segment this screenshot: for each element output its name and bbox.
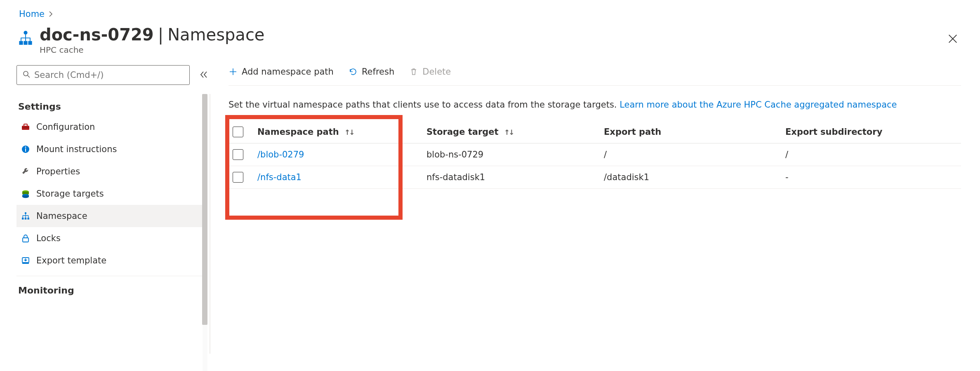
- helper-text: Set the virtual namespace paths that cli…: [229, 99, 961, 111]
- column-header-storage-target[interactable]: Storage target ↑↓: [422, 121, 600, 143]
- page-header: doc-ns-0729 | Namespace HPC cache: [0, 21, 980, 65]
- toolbar: Add namespace path Refresh Delete: [229, 65, 961, 86]
- row-checkbox[interactable]: [233, 172, 243, 183]
- cell-export-path: /: [600, 143, 781, 166]
- sidebar-item-mount-instructions[interactable]: Mount instructions: [16, 138, 205, 160]
- svg-rect-10: [25, 148, 26, 152]
- svg-rect-16: [25, 218, 26, 220]
- export-icon: [21, 256, 31, 265]
- column-header-label: Export subdirectory: [785, 127, 882, 137]
- learn-more-link[interactable]: Learn more about the Azure HPC Cache agg…: [620, 100, 897, 110]
- sidebar-item-locks[interactable]: Locks: [16, 227, 205, 249]
- namespace-path-link[interactable]: /nfs-data1: [257, 172, 302, 182]
- cell-storage-target: blob-ns-0729: [422, 143, 600, 166]
- sidebar-item-export-template[interactable]: Export template: [16, 249, 205, 272]
- sort-icon: ↑↓: [344, 128, 354, 136]
- column-header-label: Storage target: [426, 127, 499, 137]
- trash-icon: [409, 67, 418, 76]
- lock-icon: [21, 233, 31, 243]
- svg-line-5: [28, 75, 30, 77]
- sidebar-item-label: Namespace: [36, 211, 87, 221]
- sidebar-search[interactable]: [16, 65, 190, 85]
- sidebar-item-label: Export template: [36, 256, 106, 265]
- chevron-right-icon: [49, 10, 53, 19]
- main-content: Add namespace path Refresh Delete Set th…: [210, 65, 980, 354]
- toolbar-label: Add namespace path: [242, 67, 334, 77]
- svg-point-11: [25, 147, 26, 148]
- sidebar-item-namespace[interactable]: Namespace: [16, 205, 205, 227]
- sidebar-item-label: Storage targets: [36, 189, 104, 199]
- toolbox-icon: [21, 122, 31, 132]
- column-header-export-subdir[interactable]: Export subdirectory: [781, 121, 961, 143]
- breadcrumb: Home: [0, 0, 980, 21]
- sort-icon: ↑↓: [504, 128, 514, 136]
- collapse-sidebar-button[interactable]: [198, 68, 210, 82]
- sidebar-item-storage-targets[interactable]: Storage targets: [16, 183, 205, 205]
- sidebar-divider: [16, 276, 205, 276]
- svg-point-4: [24, 71, 28, 76]
- sidebar-item-label: Locks: [36, 233, 61, 243]
- svg-rect-7: [24, 124, 27, 126]
- helper-text-body: Set the virtual namespace paths that cli…: [229, 100, 620, 110]
- cell-storage-target: nfs-datadisk1: [422, 166, 600, 189]
- column-header-select[interactable]: [229, 121, 253, 143]
- sidebar-group-settings: Settings: [16, 96, 205, 116]
- svg-rect-1: [19, 41, 23, 45]
- svg-point-14: [25, 212, 26, 214]
- toolbar-label: Delete: [422, 67, 451, 77]
- delete-button: Delete: [409, 67, 451, 77]
- namespace-table: Namespace path ↑↓ Storage target ↑↓ Expo…: [229, 121, 961, 189]
- cell-export-path: /datadisk1: [600, 166, 781, 189]
- refresh-icon: [349, 67, 358, 76]
- svg-point-0: [24, 31, 27, 35]
- column-header-label: Namespace path: [257, 127, 339, 137]
- page-title-section: Namespace: [167, 26, 264, 44]
- page-title-resource: doc-ns-0729: [40, 26, 154, 44]
- search-icon: [23, 70, 30, 80]
- info-icon: [21, 144, 31, 154]
- disk-icon: [21, 189, 31, 199]
- cell-export-subdir: /: [781, 143, 961, 166]
- checkbox-all[interactable]: [233, 127, 243, 137]
- sidebar-group-monitoring: Monitoring: [16, 280, 205, 300]
- breadcrumb-home[interactable]: Home: [19, 9, 45, 19]
- svg-rect-3: [28, 41, 32, 45]
- table-row[interactable]: /blob-0279 blob-ns-0729 / /: [229, 143, 961, 166]
- close-button[interactable]: [947, 33, 959, 45]
- toolbar-label: Refresh: [362, 67, 394, 77]
- sidebar-item-label: Mount instructions: [36, 144, 117, 154]
- page-subtitle: HPC cache: [40, 45, 264, 54]
- table-row[interactable]: /nfs-data1 nfs-datadisk1 /datadisk1 -: [229, 166, 961, 189]
- column-header-label: Export path: [604, 127, 661, 137]
- svg-rect-17: [27, 218, 29, 220]
- cell-export-subdir: -: [781, 166, 961, 189]
- svg-rect-15: [22, 218, 24, 220]
- resource-type-icon: [16, 30, 35, 48]
- sidebar-search-input[interactable]: [34, 70, 184, 80]
- sidebar-item-label: Configuration: [36, 122, 95, 132]
- svg-rect-18: [23, 238, 28, 242]
- namespace-path-link[interactable]: /blob-0279: [257, 150, 304, 160]
- svg-rect-8: [22, 127, 29, 128]
- sidebar-item-label: Properties: [36, 167, 80, 176]
- row-checkbox[interactable]: [233, 149, 243, 160]
- sidebar-item-configuration[interactable]: Configuration: [16, 116, 205, 138]
- sidebar-menu-settings: Configuration Mount instructions Propert…: [16, 116, 205, 272]
- sidebar: Settings Configuration Mount instruction…: [0, 65, 210, 354]
- sitemap-icon: [21, 211, 31, 221]
- add-namespace-path-button[interactable]: Add namespace path: [229, 67, 334, 77]
- svg-rect-2: [24, 41, 27, 45]
- column-header-namespace-path[interactable]: Namespace path ↑↓: [253, 121, 422, 143]
- refresh-button[interactable]: Refresh: [349, 67, 394, 77]
- column-header-export-path[interactable]: Export path: [600, 121, 781, 143]
- svg-rect-20: [22, 263, 29, 264]
- plus-icon: [229, 67, 238, 76]
- wrench-icon: [21, 167, 31, 176]
- sidebar-item-properties[interactable]: Properties: [16, 160, 205, 183]
- page-title-separator: |: [158, 26, 163, 44]
- sidebar-scrollbar-thumb[interactable]: [202, 94, 207, 325]
